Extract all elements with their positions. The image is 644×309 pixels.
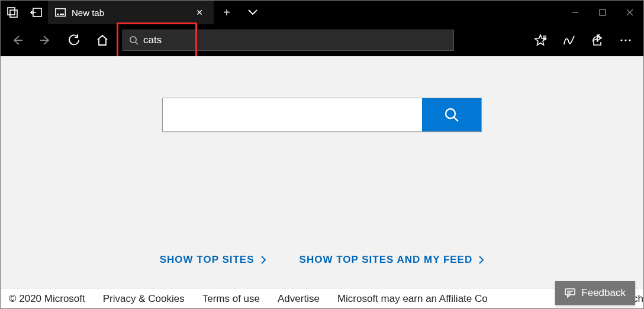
browser-tab[interactable]: New tab ×: [48, 1, 214, 24]
window-controls: [562, 1, 643, 24]
svg-rect-0: [8, 8, 15, 15]
new-tab-page: SHOW TOP SITES SHOW TOP SITES AND MY FEE…: [1, 56, 643, 308]
chevron-right-icon: [260, 255, 266, 265]
address-bar[interactable]: [123, 30, 454, 51]
page-footer: © 2020 Microsoft Privacy & Cookies Terms…: [1, 288, 643, 308]
svg-point-10: [629, 39, 630, 41]
notes-button[interactable]: [556, 27, 582, 53]
tab-actions-icon[interactable]: [1, 7, 24, 18]
new-tab-button[interactable]: +: [214, 1, 240, 24]
titlebar: New tab × +: [1, 1, 643, 24]
set-aside-tabs-icon[interactable]: [24, 8, 48, 17]
show-top-sites-label: SHOW TOP SITES: [160, 254, 255, 266]
svg-rect-3: [56, 9, 66, 17]
feedback-label: Feedback: [581, 287, 626, 299]
svg-point-8: [620, 39, 622, 41]
feedback-button[interactable]: Feedback: [555, 281, 635, 305]
toolbar: [1, 24, 643, 56]
tab-overflow-button[interactable]: [240, 1, 266, 24]
page-search-box: [162, 98, 482, 132]
footer-terms-link[interactable]: Terms of use: [202, 293, 260, 305]
titlebar-left: [1, 1, 48, 24]
home-button[interactable]: [89, 27, 115, 53]
minimize-button[interactable]: [562, 1, 589, 24]
forward-button[interactable]: [33, 27, 59, 53]
edge-window: New tab × +: [0, 0, 644, 309]
content-toggle-links: SHOW TOP SITES SHOW TOP SITES AND MY FEE…: [160, 254, 484, 266]
share-button[interactable]: [584, 27, 610, 53]
tab-favicon-icon: [55, 8, 66, 17]
footer-affiliate-text: Microsoft may earn an Affiliate Co: [337, 293, 488, 305]
page-search-input[interactable]: [163, 98, 422, 131]
show-top-sites-feed-link[interactable]: SHOW TOP SITES AND MY FEED: [300, 254, 485, 266]
footer-copyright: © 2020 Microsoft: [9, 293, 85, 305]
tab-close-button[interactable]: ×: [191, 7, 208, 19]
page-search-button[interactable]: [422, 98, 481, 131]
svg-point-11: [446, 109, 455, 118]
tab-title: New tab: [72, 8, 191, 18]
show-top-sites-link[interactable]: SHOW TOP SITES: [160, 254, 266, 266]
address-bar-container: [123, 30, 454, 51]
show-top-sites-feed-label: SHOW TOP SITES AND MY FEED: [300, 254, 473, 266]
svg-rect-1: [10, 10, 17, 17]
svg-rect-4: [57, 14, 59, 15]
refresh-button[interactable]: [61, 27, 87, 53]
svg-point-7: [130, 37, 136, 43]
svg-rect-6: [600, 9, 606, 15]
settings-more-button[interactable]: [613, 27, 639, 53]
close-window-button[interactable]: [616, 1, 643, 24]
chevron-right-icon: [478, 255, 484, 265]
favorites-button[interactable]: [527, 27, 553, 53]
address-input[interactable]: [143, 34, 447, 46]
chat-icon: [565, 288, 575, 298]
search-icon: [129, 36, 139, 45]
footer-privacy-link[interactable]: Privacy & Cookies: [103, 293, 185, 305]
maximize-button[interactable]: [589, 1, 616, 24]
svg-rect-5: [60, 14, 64, 15]
svg-rect-12: [565, 289, 575, 295]
footer-advertise-link[interactable]: Advertise: [278, 293, 320, 305]
back-button[interactable]: [4, 27, 30, 53]
svg-point-9: [624, 39, 626, 41]
